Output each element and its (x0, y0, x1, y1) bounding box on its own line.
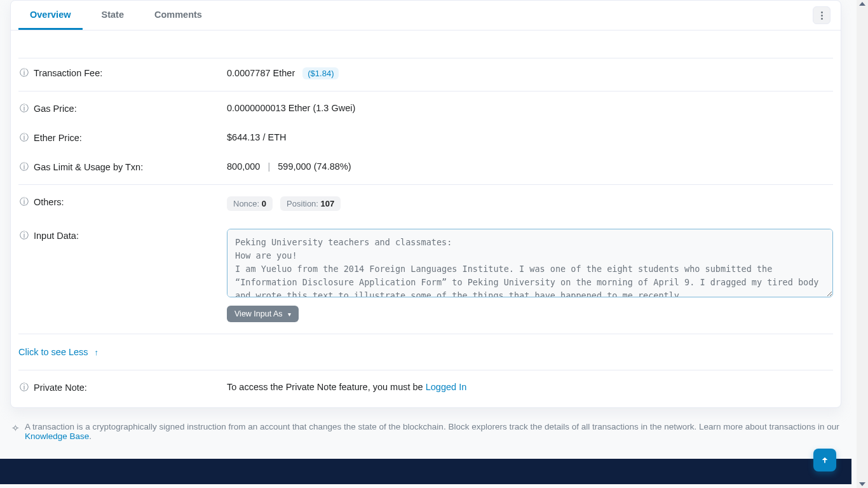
more-actions-button[interactable] (813, 6, 831, 24)
row-gas-price: ⓘ Gas Price: 0.0000000013 Ether (1.3 Gwe… (18, 94, 833, 123)
label-ether-price: Ether Price: (34, 133, 82, 143)
browser-scrollbar[interactable] (857, 0, 868, 488)
tab-header: Overview State Comments (11, 1, 841, 30)
scroll-down-arrow-icon (859, 482, 865, 486)
tab-comments[interactable]: Comments (143, 1, 214, 30)
scroll-to-top-button[interactable] (813, 449, 836, 471)
row-transaction-fee: ⓘ Transaction Fee: 0.0007787 Ether ($1.8… (18, 58, 833, 88)
arrow-up-icon (820, 456, 829, 464)
help-icon[interactable]: ⓘ (18, 230, 30, 241)
label-others: Others: (34, 197, 64, 207)
value-ether-price: $644.13 / ETH (227, 132, 287, 142)
label-transaction-fee: Transaction Fee: (34, 68, 102, 78)
tab-state[interactable]: State (90, 1, 135, 30)
position-chip: Position: 107 (280, 196, 341, 211)
help-icon[interactable]: ⓘ (18, 103, 30, 114)
view-input-as-button[interactable]: View Input As ▾ (227, 306, 299, 322)
help-icon[interactable]: ⓘ (18, 132, 30, 144)
row-private-note: ⓘ Private Note: To access the Private No… (18, 373, 833, 402)
row-ether-price: ⓘ Ether Price: $644.13 / ETH (18, 123, 833, 152)
label-gas-limit-usage: Gas Limit & Usage by Txn: (34, 162, 143, 172)
arrow-up-icon: ↑ (95, 348, 99, 357)
value-gas-limit: 800,000 (227, 161, 260, 172)
row-gas-limit-usage: ⓘ Gas Limit & Usage by Txn: 800,000 | 59… (18, 152, 833, 182)
gas-separator: | (262, 161, 275, 172)
tab-overview[interactable]: Overview (18, 1, 83, 30)
value-private-note: To access the Private Note feature, you … (227, 382, 833, 392)
footer-info-note: ✧ A transaction is a cryptographically s… (0, 416, 851, 459)
scroll-up-arrow-icon (859, 2, 865, 6)
chevron-down-icon: ▾ (288, 311, 291, 318)
help-icon[interactable]: ⓘ (18, 196, 30, 208)
value-gas-price: 0.0000000013 Ether (1.3 Gwei) (227, 103, 355, 113)
row-input-data: ⓘ Input Data: View Input As ▾ (18, 220, 833, 331)
truncated-content-above (18, 30, 833, 58)
knowledge-base-link[interactable]: Knowledge Base (25, 431, 89, 441)
page-footer (0, 459, 851, 484)
input-data-textarea[interactable] (227, 229, 833, 297)
row-others: ⓘ Others: Nonce: 0 Position: 107 (18, 187, 833, 220)
value-transaction-fee: 0.0007787 Ether (227, 68, 295, 78)
help-icon[interactable]: ⓘ (18, 382, 30, 393)
help-icon[interactable]: ⓘ (18, 67, 30, 79)
value-gas-used: 599,000 (74.88%) (278, 161, 351, 172)
label-input-data: Input Data: (34, 231, 79, 241)
transaction-fee-usd-badge: ($1.84) (302, 67, 339, 79)
click-to-see-less[interactable]: Click to see Less ↑ (18, 337, 98, 367)
label-private-note: Private Note: (34, 383, 87, 393)
nonce-chip: Nonce: 0 (227, 196, 273, 211)
label-gas-price: Gas Price: (34, 104, 77, 114)
help-icon[interactable]: ⓘ (18, 161, 30, 173)
logged-in-link[interactable]: Logged In (426, 382, 467, 392)
transaction-details-card: Overview State Comments ⓘ Transaction Fe… (10, 0, 841, 408)
lightbulb-icon: ✧ (11, 423, 20, 433)
